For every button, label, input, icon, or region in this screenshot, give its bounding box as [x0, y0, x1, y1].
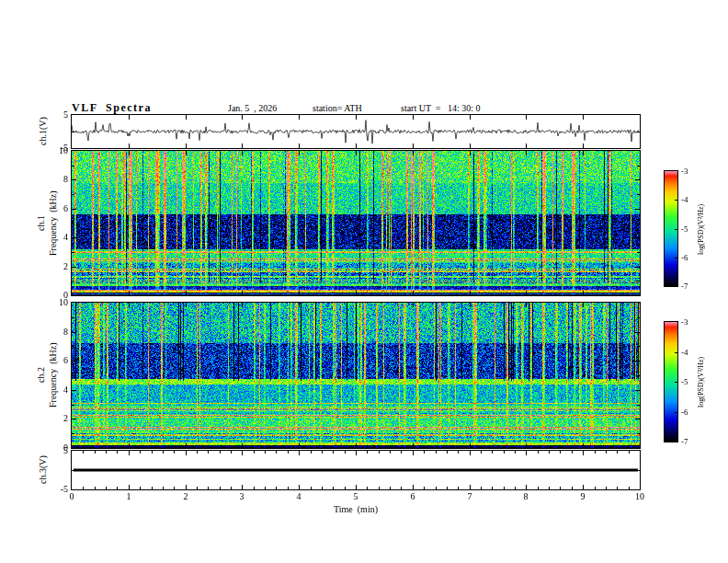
y-tick-label: 8 — [40, 327, 68, 338]
tick-mark — [140, 487, 141, 489]
tick-mark — [436, 487, 437, 489]
tick-mark — [299, 485, 300, 489]
tick-mark — [515, 451, 516, 454]
tick-mark — [470, 115, 471, 120]
tick-mark — [367, 487, 368, 489]
ch1-frequency-axis-label: Frequency (kHz) — [47, 151, 59, 295]
x-tick-label: 4 — [290, 491, 308, 502]
y-tick-label: 10 — [40, 297, 68, 308]
tick-mark — [174, 451, 175, 454]
tick-mark — [72, 390, 76, 391]
tick-mark — [299, 303, 300, 307]
ch2-spectrogram-panel — [71, 302, 641, 449]
tick-mark — [424, 487, 425, 489]
tick-mark — [356, 144, 357, 148]
tick-mark — [675, 382, 677, 383]
tick-mark — [583, 443, 584, 448]
y-tick-label: 5 — [40, 445, 68, 456]
tick-mark — [72, 252, 74, 253]
tick-mark — [72, 132, 74, 132]
tick-mark — [637, 317, 640, 318]
tick-mark — [526, 485, 527, 489]
tick-mark — [299, 115, 300, 120]
tick-mark — [675, 200, 677, 201]
tick-mark — [538, 487, 539, 489]
ch1-spectrogram-canvas — [72, 151, 640, 295]
tick-mark — [299, 291, 300, 295]
y-tick-label: 10 — [40, 145, 68, 156]
tick-mark — [635, 237, 640, 238]
tick-mark — [413, 115, 414, 120]
tick-mark — [481, 487, 482, 489]
tick-mark — [549, 451, 550, 454]
tick-mark — [549, 487, 550, 489]
tick-mark — [129, 144, 130, 148]
tick-mark — [254, 451, 255, 454]
tick-mark — [526, 151, 527, 155]
tick-mark — [413, 151, 414, 155]
ch1-spectrogram-panel — [71, 150, 641, 296]
tick-mark — [635, 209, 640, 210]
tick-mark — [583, 115, 584, 120]
tick-mark — [299, 151, 300, 155]
tick-mark — [526, 443, 527, 448]
tick-mark — [356, 451, 357, 455]
tick-mark — [129, 485, 130, 489]
tick-mark — [583, 151, 584, 155]
colorbar-tick-label: -6 — [681, 252, 701, 263]
tick-mark — [617, 487, 618, 489]
tick-mark — [595, 451, 596, 454]
tick-mark — [515, 487, 516, 489]
tick-mark — [140, 451, 141, 454]
tick-mark — [345, 451, 346, 454]
tick-mark — [345, 487, 346, 489]
tick-mark — [95, 487, 96, 489]
tick-mark — [299, 443, 300, 448]
ch3-flatline-panel — [71, 450, 641, 490]
tick-mark — [72, 209, 76, 210]
ch3-flatline-canvas — [72, 451, 640, 489]
tick-mark — [637, 132, 640, 132]
tick-mark — [242, 485, 243, 489]
tick-mark — [242, 303, 243, 307]
tick-mark — [675, 412, 677, 413]
tick-mark — [208, 487, 209, 489]
tick-mark — [635, 179, 640, 180]
colorbar-tick-label: -4 — [681, 347, 701, 358]
tick-mark — [470, 451, 471, 455]
y-tick-label: 8 — [40, 174, 68, 185]
tick-mark — [220, 451, 221, 454]
tick-mark — [560, 451, 561, 454]
tick-mark — [635, 332, 640, 333]
x-tick-label: 5 — [347, 491, 365, 502]
tick-mark — [186, 291, 187, 295]
tick-mark — [675, 352, 677, 353]
x-tick-label: 6 — [404, 491, 422, 502]
date-label: Jan. 5 , 2026 — [228, 103, 277, 113]
y-tick-label: 5 — [40, 109, 68, 121]
tick-mark — [276, 487, 277, 489]
tick-mark — [390, 451, 391, 454]
colorbar-tick-label: -4 — [681, 194, 701, 205]
tick-mark — [163, 487, 164, 489]
tick-mark — [322, 451, 323, 454]
tick-mark — [413, 485, 414, 489]
x-tick-label: 0 — [63, 491, 81, 502]
tick-mark — [470, 291, 471, 295]
tick-mark — [492, 451, 493, 454]
tick-mark — [72, 361, 76, 362]
tick-mark — [436, 451, 437, 454]
tick-mark — [637, 166, 640, 167]
tick-mark — [504, 451, 505, 454]
tick-mark — [288, 487, 289, 489]
tick-mark — [265, 451, 266, 454]
tick-mark — [458, 487, 459, 489]
tick-mark — [413, 303, 414, 307]
tick-mark — [106, 487, 107, 489]
tick-mark — [311, 487, 312, 489]
tick-mark — [526, 303, 527, 307]
ch2-frequency-axis-label: Frequency (kHz) — [47, 303, 59, 448]
tick-mark — [606, 487, 607, 489]
tick-mark — [538, 451, 539, 454]
tick-mark — [637, 224, 640, 224]
